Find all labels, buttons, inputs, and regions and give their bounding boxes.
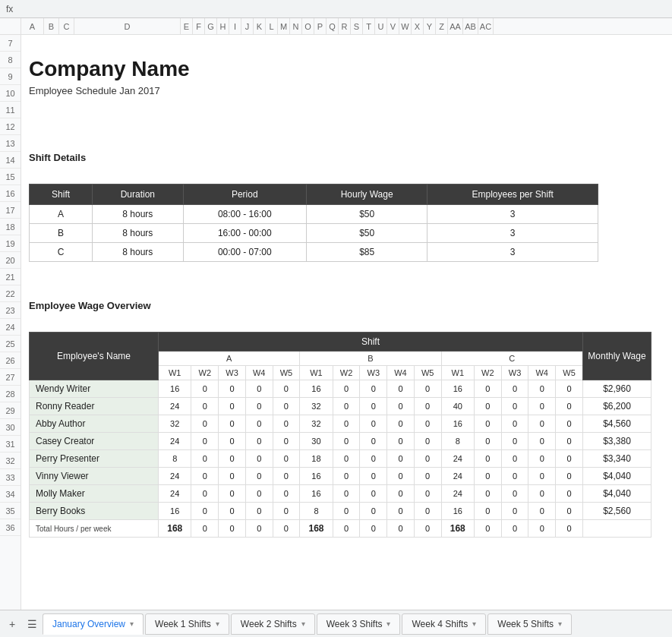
tab-dropdown-arrow[interactable]: ▾ (301, 620, 305, 628)
shift-a-w1: 8 (159, 450, 191, 468)
b-w5: W5 (414, 366, 441, 380)
wage-table-row: Molly Maker240000160000240000$4,040 (30, 485, 651, 503)
wage-table-row: Abby Author320000320000160000$4,560 (30, 415, 651, 433)
row-numbers: 7 8 9 10 11 12 13 14 15 16 17 18 19 20 2… (0, 18, 21, 610)
shift-c-w1: 16 (441, 503, 474, 520)
shift-c-w5: 0 (556, 398, 583, 415)
empty-row-22 (29, 314, 672, 330)
wage-table-row: Berry Books16000080000160000$2,560 (30, 503, 651, 520)
tab-dropdown-arrow[interactable]: ▾ (386, 620, 390, 628)
tab-dropdown-arrow[interactable]: ▾ (130, 620, 134, 628)
shift-b-w1: 32 (300, 398, 333, 415)
row-12: 12 (0, 118, 21, 135)
shift-c-w3: 0 (501, 380, 528, 398)
row-25: 25 (0, 336, 21, 352)
content-area: A B C D E F G H I J K L M N O P Q R S T … (21, 18, 672, 610)
total-a-w4: 0 (245, 520, 273, 538)
tab-week-1-shifts[interactable]: Week 1 Shifts▾ (145, 613, 229, 635)
tab-dropdown-arrow[interactable]: ▾ (558, 620, 562, 628)
shift-c-w3: 0 (501, 433, 528, 450)
monthly-wage-main-header: Monthly Wage (583, 333, 651, 380)
shift-a-w1: 16 (159, 380, 191, 398)
shift-table-cell: 3 (427, 224, 598, 243)
shift-table-body: A8 hours08:00 - 16:00$503B8 hours16:00 -… (30, 205, 598, 262)
shift-b-w3: 0 (360, 450, 387, 468)
employee-name-cell: Ronny Reader (30, 398, 159, 415)
shift-a-w1: 24 (159, 485, 191, 503)
wage-table-body: Wendy Writer160000160000160000$2,960Ronn… (30, 380, 651, 538)
shift-a-w2: 0 (191, 485, 219, 503)
empty-row-19 (29, 263, 672, 280)
col-q: Q (327, 18, 339, 35)
cells-area[interactable]: Company Name Employee Schedule Jan 2017 … (21, 35, 672, 610)
shift-b-w2: 0 (333, 415, 360, 433)
tab-label: January Overview (52, 619, 125, 629)
tab-week-5-shifts[interactable]: Week 5 Shifts▾ (487, 613, 572, 635)
sheet-content: Company Name Employee Schedule Jan 2017 … (21, 35, 672, 572)
add-sheet-button[interactable]: + (3, 615, 21, 633)
shift-c-w3: 0 (501, 485, 528, 503)
tab-dropdown-arrow[interactable]: ▾ (216, 620, 219, 628)
col-p: P (314, 18, 327, 35)
col-ac: AC (478, 18, 494, 35)
col-u: U (375, 18, 387, 35)
col-l: L (266, 18, 278, 35)
total-hours-label: Total Hours / per week (30, 520, 159, 538)
employee-name-cell: Berry Books (30, 503, 159, 520)
shift-table-cell: 8 hours (93, 224, 183, 243)
shift-b-w4: 0 (387, 485, 415, 503)
company-name: Company Name (29, 53, 190, 84)
shift-a-w4: 0 (245, 398, 273, 415)
employee-name-cell: Casey Creator (30, 433, 159, 450)
a-w2: W2 (191, 366, 219, 380)
total-c-w3: 0 (501, 520, 528, 538)
total-hours-row: Total Hours / per week168000016800001680… (30, 520, 651, 538)
tab-january-overview[interactable]: January Overview▾ (43, 613, 144, 635)
col-ab: AB (463, 18, 478, 35)
shift-a-w5: 0 (273, 485, 300, 503)
shift-a-w5: 0 (273, 450, 300, 468)
shift-b-w3: 0 (360, 468, 387, 485)
sheet-list-button[interactable]: ☰ (23, 615, 41, 633)
b-w1: W1 (300, 366, 333, 380)
tab-week-2-shifts[interactable]: Week 2 Shifts▾ (231, 613, 315, 635)
shift-table-row: C8 hours00:00 - 07:00$853 (30, 243, 598, 262)
row-34: 34 (0, 486, 21, 503)
total-c-w1: 168 (441, 520, 474, 538)
shift-c-header: C (441, 352, 582, 366)
tab-label: Week 1 Shifts (155, 619, 211, 629)
total-a-w1: 168 (159, 520, 191, 538)
col-m: M (278, 18, 290, 35)
tab-dropdown-arrow[interactable]: ▾ (472, 620, 476, 628)
wage-table-row: Ronny Reader240000320000400000$6,200 (30, 398, 651, 415)
shift-c-w2: 0 (474, 503, 501, 520)
shift-b-w1: 16 (300, 380, 333, 398)
shift-a-w5: 0 (273, 380, 300, 398)
total-c-w4: 0 (528, 520, 556, 538)
row-16: 16 (0, 185, 21, 202)
row-33: 33 (0, 469, 21, 486)
formula-bar-text: fx (6, 4, 13, 14)
shift-a-w2: 0 (191, 380, 219, 398)
row-32: 32 (0, 453, 21, 469)
shift-details-label: Shift Details (29, 150, 86, 165)
shift-table-cell: C (30, 243, 93, 262)
col-y: Y (424, 18, 436, 35)
shift-a-w1: 32 (159, 415, 191, 433)
tab-week-3-shifts[interactable]: Week 3 Shifts▾ (317, 613, 401, 635)
empty-row-20 (29, 280, 672, 297)
tab-week-4-shifts[interactable]: Week 4 Shifts▾ (402, 613, 486, 635)
shift-b-w1: 16 (300, 485, 333, 503)
shift-table-cell: 8 hours (93, 243, 183, 262)
shift-c-w2: 0 (474, 415, 501, 433)
shift-c-w4: 0 (528, 485, 556, 503)
a-w5: W5 (273, 366, 300, 380)
shift-c-w2: 0 (474, 398, 501, 415)
shift-a-w3: 0 (219, 398, 246, 415)
row-23: 23 (0, 302, 21, 319)
employee-name-cell: Molly Maker (30, 485, 159, 503)
shift-a-w5: 0 (273, 433, 300, 450)
shift-a-w3: 0 (219, 433, 246, 450)
tab-label: Week 2 Shifts (241, 619, 297, 629)
shift-b-header: B (300, 352, 441, 366)
